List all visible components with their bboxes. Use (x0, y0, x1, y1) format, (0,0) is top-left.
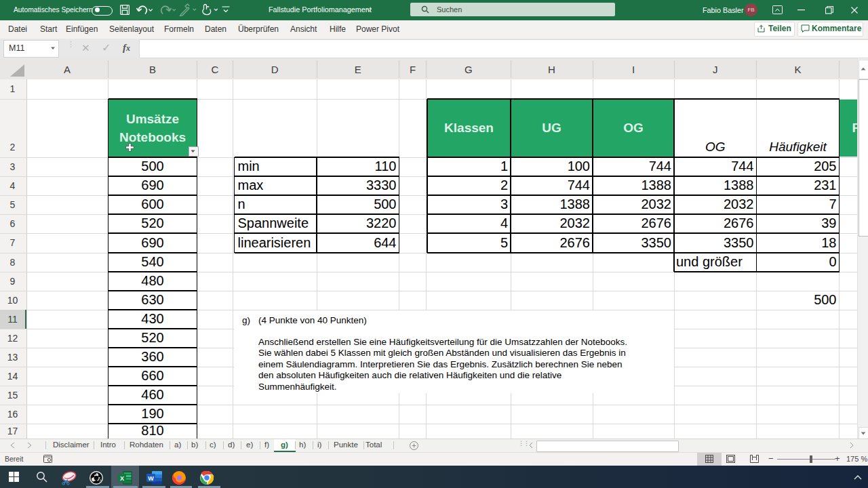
svg-text:X: X (120, 475, 124, 482)
svg-text:W: W (148, 475, 154, 482)
